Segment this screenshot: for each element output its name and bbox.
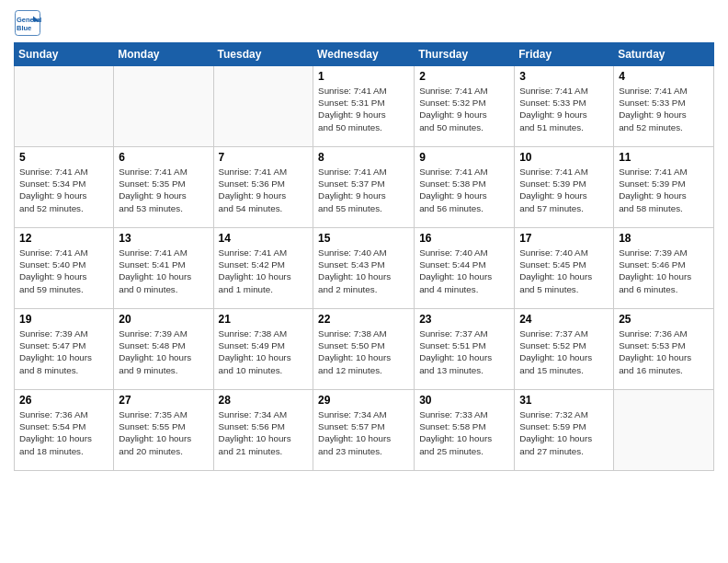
calendar-cell: 24Sunrise: 7:37 AM Sunset: 5:52 PM Dayli… bbox=[515, 309, 614, 390]
calendar-cell: 6Sunrise: 7:41 AM Sunset: 5:35 PM Daylig… bbox=[114, 147, 213, 228]
cell-info: Sunrise: 7:41 AM Sunset: 5:34 PM Dayligh… bbox=[19, 166, 108, 214]
day-number: 21 bbox=[219, 313, 309, 326]
week-row-3: 12Sunrise: 7:41 AM Sunset: 5:40 PM Dayli… bbox=[15, 228, 714, 309]
day-number: 6 bbox=[119, 151, 208, 164]
calendar-header-wednesday: Wednesday bbox=[313, 43, 415, 66]
day-number: 28 bbox=[219, 394, 309, 407]
cell-info: Sunrise: 7:33 AM Sunset: 5:58 PM Dayligh… bbox=[419, 408, 509, 457]
logo-icon: General Blue bbox=[14, 9, 41, 37]
cell-info: Sunrise: 7:41 AM Sunset: 5:39 PM Dayligh… bbox=[619, 166, 709, 214]
cell-info: Sunrise: 7:39 AM Sunset: 5:48 PM Dayligh… bbox=[119, 327, 208, 376]
day-number: 5 bbox=[19, 151, 108, 164]
day-number: 24 bbox=[519, 313, 609, 326]
day-number: 18 bbox=[619, 232, 709, 245]
calendar-header-thursday: Thursday bbox=[415, 43, 515, 66]
calendar-cell: 17Sunrise: 7:40 AM Sunset: 5:45 PM Dayli… bbox=[515, 228, 614, 309]
calendar-cell: 9Sunrise: 7:41 AM Sunset: 5:38 PM Daylig… bbox=[415, 147, 515, 228]
cell-info: Sunrise: 7:34 AM Sunset: 5:56 PM Dayligh… bbox=[219, 408, 309, 457]
cell-info: Sunrise: 7:38 AM Sunset: 5:49 PM Dayligh… bbox=[219, 327, 309, 376]
calendar-cell: 19Sunrise: 7:39 AM Sunset: 5:47 PM Dayli… bbox=[15, 309, 114, 390]
day-number: 16 bbox=[419, 232, 509, 245]
day-number: 2 bbox=[419, 70, 509, 83]
calendar-cell bbox=[15, 66, 114, 147]
calendar-cell: 5Sunrise: 7:41 AM Sunset: 5:34 PM Daylig… bbox=[15, 147, 114, 228]
cell-info: Sunrise: 7:32 AM Sunset: 5:59 PM Dayligh… bbox=[519, 408, 609, 457]
week-row-4: 19Sunrise: 7:39 AM Sunset: 5:47 PM Dayli… bbox=[15, 309, 714, 390]
header: General Blue bbox=[14, 9, 714, 37]
calendar-cell: 28Sunrise: 7:34 AM Sunset: 5:56 PM Dayli… bbox=[213, 390, 313, 471]
calendar-cell: 18Sunrise: 7:39 AM Sunset: 5:46 PM Dayli… bbox=[614, 228, 714, 309]
calendar-cell: 14Sunrise: 7:41 AM Sunset: 5:42 PM Dayli… bbox=[213, 228, 313, 309]
week-row-2: 5Sunrise: 7:41 AM Sunset: 5:34 PM Daylig… bbox=[15, 147, 714, 228]
cell-info: Sunrise: 7:40 AM Sunset: 5:43 PM Dayligh… bbox=[318, 247, 409, 295]
cell-info: Sunrise: 7:41 AM Sunset: 5:41 PM Dayligh… bbox=[119, 247, 208, 295]
cell-info: Sunrise: 7:37 AM Sunset: 5:52 PM Dayligh… bbox=[519, 327, 609, 376]
day-number: 1 bbox=[318, 70, 409, 83]
day-number: 11 bbox=[619, 151, 709, 164]
cell-info: Sunrise: 7:34 AM Sunset: 5:57 PM Dayligh… bbox=[318, 408, 409, 457]
calendar-cell: 15Sunrise: 7:40 AM Sunset: 5:43 PM Dayli… bbox=[313, 228, 415, 309]
calendar-header-saturday: Saturday bbox=[614, 43, 714, 66]
cell-info: Sunrise: 7:41 AM Sunset: 5:31 PM Dayligh… bbox=[318, 85, 409, 133]
cell-info: Sunrise: 7:40 AM Sunset: 5:45 PM Dayligh… bbox=[519, 247, 609, 295]
calendar-cell: 7Sunrise: 7:41 AM Sunset: 5:36 PM Daylig… bbox=[213, 147, 313, 228]
calendar-header-sunday: Sunday bbox=[15, 43, 114, 66]
calendar-cell: 3Sunrise: 7:41 AM Sunset: 5:33 PM Daylig… bbox=[515, 66, 614, 147]
calendar-header-tuesday: Tuesday bbox=[213, 43, 313, 66]
cell-info: Sunrise: 7:37 AM Sunset: 5:51 PM Dayligh… bbox=[419, 327, 509, 376]
cell-info: Sunrise: 7:41 AM Sunset: 5:40 PM Dayligh… bbox=[19, 247, 108, 295]
calendar-cell: 8Sunrise: 7:41 AM Sunset: 5:37 PM Daylig… bbox=[313, 147, 415, 228]
calendar-cell bbox=[213, 66, 313, 147]
day-number: 30 bbox=[419, 394, 509, 407]
calendar-cell: 26Sunrise: 7:36 AM Sunset: 5:54 PM Dayli… bbox=[15, 390, 114, 471]
calendar-cell: 31Sunrise: 7:32 AM Sunset: 5:59 PM Dayli… bbox=[515, 390, 614, 471]
day-number: 22 bbox=[318, 313, 409, 326]
cell-info: Sunrise: 7:39 AM Sunset: 5:46 PM Dayligh… bbox=[619, 247, 709, 295]
calendar-header-row: SundayMondayTuesdayWednesdayThursdayFrid… bbox=[15, 43, 714, 66]
day-number: 9 bbox=[419, 151, 509, 164]
calendar-cell: 10Sunrise: 7:41 AM Sunset: 5:39 PM Dayli… bbox=[515, 147, 614, 228]
day-number: 23 bbox=[419, 313, 509, 326]
calendar-cell: 4Sunrise: 7:41 AM Sunset: 5:33 PM Daylig… bbox=[614, 66, 714, 147]
day-number: 12 bbox=[19, 232, 108, 245]
day-number: 7 bbox=[219, 151, 309, 164]
day-number: 31 bbox=[519, 394, 609, 407]
calendar-cell: 25Sunrise: 7:36 AM Sunset: 5:53 PM Dayli… bbox=[614, 309, 714, 390]
week-row-5: 26Sunrise: 7:36 AM Sunset: 5:54 PM Dayli… bbox=[15, 390, 714, 471]
cell-info: Sunrise: 7:41 AM Sunset: 5:32 PM Dayligh… bbox=[419, 85, 509, 133]
day-number: 15 bbox=[318, 232, 409, 245]
day-number: 4 bbox=[619, 70, 709, 83]
calendar-table: SundayMondayTuesdayWednesdayThursdayFrid… bbox=[14, 42, 714, 471]
cell-info: Sunrise: 7:41 AM Sunset: 5:33 PM Dayligh… bbox=[519, 85, 609, 133]
cell-info: Sunrise: 7:35 AM Sunset: 5:55 PM Dayligh… bbox=[119, 408, 208, 457]
cell-info: Sunrise: 7:36 AM Sunset: 5:54 PM Dayligh… bbox=[19, 408, 108, 457]
cell-info: Sunrise: 7:41 AM Sunset: 5:36 PM Dayligh… bbox=[219, 166, 309, 214]
calendar-header-friday: Friday bbox=[515, 43, 614, 66]
calendar-cell: 12Sunrise: 7:41 AM Sunset: 5:40 PM Dayli… bbox=[15, 228, 114, 309]
calendar-header-monday: Monday bbox=[114, 43, 213, 66]
day-number: 20 bbox=[119, 313, 208, 326]
day-number: 8 bbox=[318, 151, 409, 164]
week-row-1: 1Sunrise: 7:41 AM Sunset: 5:31 PM Daylig… bbox=[15, 66, 714, 147]
day-number: 25 bbox=[619, 313, 709, 326]
cell-info: Sunrise: 7:40 AM Sunset: 5:44 PM Dayligh… bbox=[419, 247, 509, 295]
cell-info: Sunrise: 7:41 AM Sunset: 5:42 PM Dayligh… bbox=[219, 247, 309, 295]
cell-info: Sunrise: 7:41 AM Sunset: 5:33 PM Dayligh… bbox=[619, 85, 709, 133]
logo: General Blue bbox=[14, 9, 41, 37]
svg-text:General: General bbox=[17, 16, 41, 24]
calendar-cell: 11Sunrise: 7:41 AM Sunset: 5:39 PM Dayli… bbox=[614, 147, 714, 228]
calendar-cell: 16Sunrise: 7:40 AM Sunset: 5:44 PM Dayli… bbox=[415, 228, 515, 309]
calendar-cell: 22Sunrise: 7:38 AM Sunset: 5:50 PM Dayli… bbox=[313, 309, 415, 390]
calendar-cell: 13Sunrise: 7:41 AM Sunset: 5:41 PM Dayli… bbox=[114, 228, 213, 309]
svg-text:Blue: Blue bbox=[17, 24, 31, 32]
day-number: 13 bbox=[119, 232, 208, 245]
calendar-cell: 21Sunrise: 7:38 AM Sunset: 5:49 PM Dayli… bbox=[213, 309, 313, 390]
calendar-cell: 27Sunrise: 7:35 AM Sunset: 5:55 PM Dayli… bbox=[114, 390, 213, 471]
calendar-cell: 29Sunrise: 7:34 AM Sunset: 5:57 PM Dayli… bbox=[313, 390, 415, 471]
calendar-cell: 20Sunrise: 7:39 AM Sunset: 5:48 PM Dayli… bbox=[114, 309, 213, 390]
day-number: 26 bbox=[19, 394, 108, 407]
calendar-cell bbox=[114, 66, 213, 147]
cell-info: Sunrise: 7:41 AM Sunset: 5:39 PM Dayligh… bbox=[519, 166, 609, 214]
calendar-cell bbox=[614, 390, 714, 471]
calendar-cell: 1Sunrise: 7:41 AM Sunset: 5:31 PM Daylig… bbox=[313, 66, 415, 147]
